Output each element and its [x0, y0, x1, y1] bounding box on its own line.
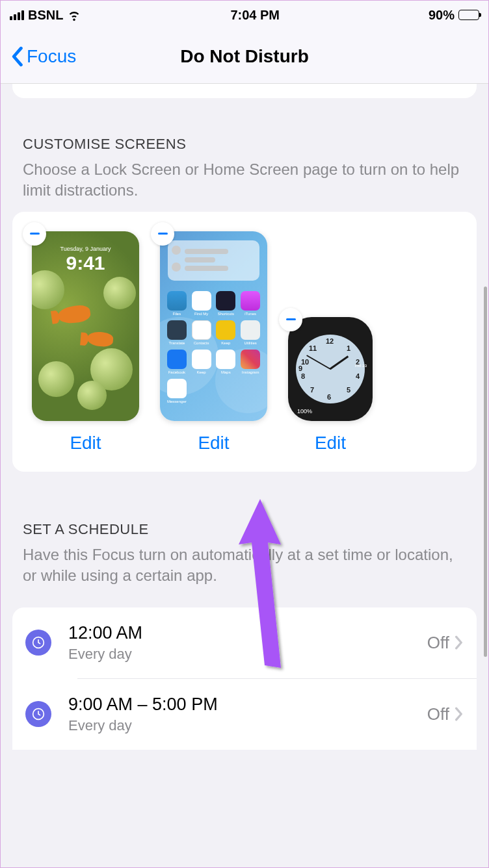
chevron-right-icon — [455, 635, 464, 650]
carrier-label: BSNL — [28, 8, 63, 23]
clock-icon — [25, 630, 51, 656]
schedule-card: 12:00 AM Every day Off 9:00 AM – 5:00 PM… — [12, 607, 477, 750]
minus-icon — [158, 233, 168, 235]
schedule-row[interactable]: 12:00 AM Every day Off — [12, 607, 477, 678]
schedule-row[interactable]: 9:00 AM – 5:00 PM Every day Off — [12, 679, 477, 750]
lock-date: Tuesday, 9 January — [32, 246, 139, 252]
lock-screen-preview: Tuesday, 9 January 9:41 — [32, 231, 139, 421]
home-screen-item[interactable]: Files Find My Shortcuts iTunes Translate… — [160, 231, 267, 453]
chevron-right-icon — [455, 707, 464, 721]
status-bar: BSNL 7:04 PM 90% — [1, 1, 488, 29]
lock-clock: 9:41 — [32, 252, 139, 274]
schedule-sub: Every day — [68, 717, 427, 734]
minus-icon — [30, 233, 40, 235]
schedule-section-desc: Have this Focus turn on automatically at… — [23, 544, 466, 587]
battery-icon — [458, 10, 479, 20]
wifi-icon — [67, 8, 81, 22]
page-title: Do Not Disturb — [180, 46, 309, 67]
watch-item[interactable]: 12 1 2 4 5 6 7 8 9 10 11 FRI 23 100% — [288, 317, 373, 453]
watch-preview: 12 1 2 4 5 6 7 8 9 10 11 FRI 23 100% — [288, 317, 373, 421]
remove-watch-button[interactable] — [279, 308, 302, 331]
schedule-time: 12:00 AM — [68, 623, 427, 643]
edit-watch-button[interactable]: Edit — [315, 433, 346, 453]
customise-section-title: CUSTOMISE SCREENS — [23, 136, 466, 153]
cellular-signal-icon — [10, 10, 24, 20]
schedule-time: 9:00 AM – 5:00 PM — [68, 695, 427, 715]
clock-icon — [25, 701, 51, 727]
previous-card-edge — [12, 84, 477, 98]
status-time: 7:04 PM — [230, 8, 280, 23]
navigation-bar: Focus Do Not Disturb — [1, 29, 488, 84]
customise-screens-card: Tuesday, 9 January 9:41 Edit Files Find … — [12, 212, 477, 472]
back-label: Focus — [27, 46, 76, 67]
back-button[interactable]: Focus — [10, 46, 76, 67]
remove-lock-screen-button[interactable] — [23, 222, 46, 246]
scroll-indicator[interactable] — [484, 287, 487, 657]
edit-lock-screen-button[interactable]: Edit — [70, 433, 101, 453]
customise-section-desc: Choose a Lock Screen or Home Screen page… — [23, 159, 466, 201]
schedule-sub: Every day — [68, 646, 427, 663]
schedule-status: Off — [427, 704, 449, 724]
edit-home-screen-button[interactable]: Edit — [198, 433, 229, 453]
home-screen-preview: Files Find My Shortcuts iTunes Translate… — [160, 231, 267, 421]
battery-percent: 90% — [429, 8, 455, 23]
chevron-left-icon — [10, 46, 24, 67]
remove-home-screen-button[interactable] — [151, 222, 174, 246]
schedule-status: Off — [427, 633, 449, 653]
lock-screen-item[interactable]: Tuesday, 9 January 9:41 Edit — [32, 231, 139, 453]
schedule-section-title: SET A SCHEDULE — [23, 521, 466, 538]
minus-icon — [286, 318, 296, 320]
